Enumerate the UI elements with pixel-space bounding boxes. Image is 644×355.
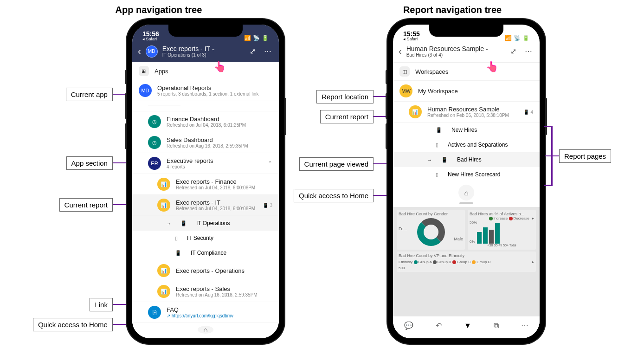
page-mobile-icon: 📱 [436,127,442,133]
signal-icon: 📶 [505,35,512,41]
report-preview: Bad Hire Count by Gender Fe... Male Bad … [393,207,540,316]
section-avatar-icon: ER [148,157,161,170]
row-exec-finance[interactable]: 📊 Exec reports - FinanceRefreshed on Jul… [132,174,279,195]
chevron-up-icon: ⌃ [268,160,272,167]
wifi-icon: 📡 [514,35,521,41]
label-current-app: Current app [66,88,113,101]
home-button[interactable]: ⌂ [198,326,213,334]
row-my-workspace[interactable]: MW My Workspace [393,81,540,102]
label-report-pages: Report pages [559,149,611,163]
label-home-right: Quick access to Home [294,189,374,202]
home-icon: ⌂ [464,189,469,197]
row-operational-reports[interactable]: MD Operational Reports5 reports, 3 dashb… [132,80,279,101]
page-icon: ▯ [175,235,178,241]
right-title: Report navigation tree [403,5,502,15]
pointer-hand-icon: 👆 [486,61,498,73]
phone-layout-icon: 📱 [263,203,268,208]
home-icon: ⌂ [203,326,207,334]
report-icon: 📊 [157,285,170,298]
page-mobile-icon: 📱 [441,157,448,163]
header-avatar: MD [146,45,158,58]
phone-left: 15:56 ◂ Safari 📶📡🔋 ‹ MD Exec reports - I… [127,19,284,344]
label-home-left: Quick access to Home [33,318,113,331]
left-title: App navigation tree [116,5,202,15]
bottom-toolbar: 💬 ↶ ▼ ⧉ ⋯ [393,316,540,338]
chevron-down-icon: ⌄ [212,46,215,51]
row-partial[interactable]: ——————— [132,101,279,111]
back-icon[interactable]: ‹ [138,46,141,57]
wifi-icon: 📡 [253,35,260,41]
header-title-dropdown[interactable]: Exec reports - IT ⌄ IT Operations (1 of … [162,45,243,58]
row-exec-it[interactable]: 📊 Exec reports - ITRefreshed on Jul 04, … [132,195,279,216]
row-workspaces[interactable]: ◫ Workspaces [393,63,540,81]
header-right: ‹ Human Resources Sample ⌄ Bad Hires (3 … [393,42,540,63]
battery-icon: 🔋 [522,35,529,41]
apps-icon: ⊞ [139,66,149,76]
undo-icon[interactable]: ↶ [436,321,442,330]
phone-right: 15:55 ◂ Safari 📶📡🔋 ‹ Human Resources Sam… [387,19,545,344]
row-page-actives[interactable]: ▯ Actives and Separations [393,137,540,152]
report-icon: 📊 [157,178,170,191]
row-faq-link[interactable]: ⎘ FAQ↗ https://tinyurl.com/kjg;kjsdbmv [132,302,279,323]
label-current-report: Current report [59,198,113,212]
more-icon[interactable]: ⋯ [521,321,528,330]
workspaces-icon: ◫ [399,66,410,77]
page-mobile-icon: 📱 [180,220,187,226]
page-icon: ▯ [436,142,438,148]
more-icon[interactable]: ⋯ [523,47,534,56]
header-left: ‹ MD Exec reports - IT ⌄ IT Operations (… [132,42,279,62]
expand-icon[interactable]: ⤢ [248,47,258,56]
link-icon: ⎘ [148,306,161,319]
home-button[interactable]: ⌂ [458,185,474,200]
row-page-new-hires[interactable]: 📱 New Hires [393,123,540,137]
row-executive-section[interactable]: ER Executive reports4 reports ⌃ [132,153,279,174]
dashboard-icon: ◷ [148,115,161,128]
row-exec-sales[interactable]: 📊 Exec reports - SalesRefreshed on Aug 1… [132,281,279,302]
back-icon[interactable]: ‹ [399,46,402,57]
external-link-icon: ↗ [167,313,170,318]
more-icon[interactable]: ⋯ [262,47,273,56]
signal-icon: 📶 [244,35,251,41]
filter-icon[interactable]: ▼ [464,322,471,330]
report-icon: 📊 [157,264,170,277]
label-current-report-r: Current report [320,110,374,123]
row-page-scorecard[interactable]: ▯ New Hires Scorecard [393,167,540,182]
drag-handle[interactable] [459,202,473,204]
row-finance-dashboard[interactable]: ◷ Finance DashboardRefreshed on Jul 04, … [132,111,279,132]
row-page-it-compliance[interactable]: 📱 IT Compliance [132,245,279,260]
workspace-avatar-icon: MW [399,84,412,97]
report-icon: 📊 [409,105,422,118]
row-page-bad-hires[interactable]: → 📱 Bad Hires [393,152,540,167]
page-mobile-icon: 📱 [175,250,181,256]
pointer-hand-icon: 👆 [213,61,226,73]
row-page-it-security[interactable]: ▯ IT Security [132,231,279,245]
header-title-dropdown[interactable]: Human Resources Sample ⌄ Bad Hires (3 of… [406,45,504,58]
app-avatar-icon: MD [139,84,152,97]
arrow-right-icon: → [427,157,432,162]
phone-layout-icon: 📱 [523,110,529,115]
arrow-right-icon: → [167,221,171,226]
row-hr-sample[interactable]: 📊 Human Resources SampleRefreshed on Feb… [393,102,540,123]
row-apps[interactable]: ⊞ Apps [132,62,279,80]
expand-icon[interactable]: ⤢ [509,47,518,56]
page-icon: ▯ [436,172,438,178]
label-app-section: App section [66,156,113,170]
report-icon: 📊 [157,199,170,212]
row-page-it-operations[interactable]: → 📱 IT Operations [132,216,279,231]
comment-icon[interactable]: 💬 [404,321,413,330]
dashboard-icon: ◷ [148,136,161,149]
chart-actives: Bad Hires as % of Actives b... Increase … [468,210,536,250]
chevron-down-icon: ⌄ [485,46,489,51]
label-link: Link [90,298,113,311]
label-report-location: Report location [316,90,374,103]
copy-icon[interactable]: ⧉ [494,322,499,330]
row-exec-operations[interactable]: 📊 Exec reports - Operations [132,260,279,281]
chart-gender: Bad Hire Count by Gender Fe... Male [397,210,465,250]
row-sales-dashboard[interactable]: ◷ Sales DashboardRefreshed on Aug 16, 20… [132,132,279,153]
battery-icon: 🔋 [262,35,269,41]
label-current-page: Current page viewed [299,157,374,171]
chart-ethnicity: Bad Hire Count by VP and Ethnicity Ethni… [397,252,536,272]
